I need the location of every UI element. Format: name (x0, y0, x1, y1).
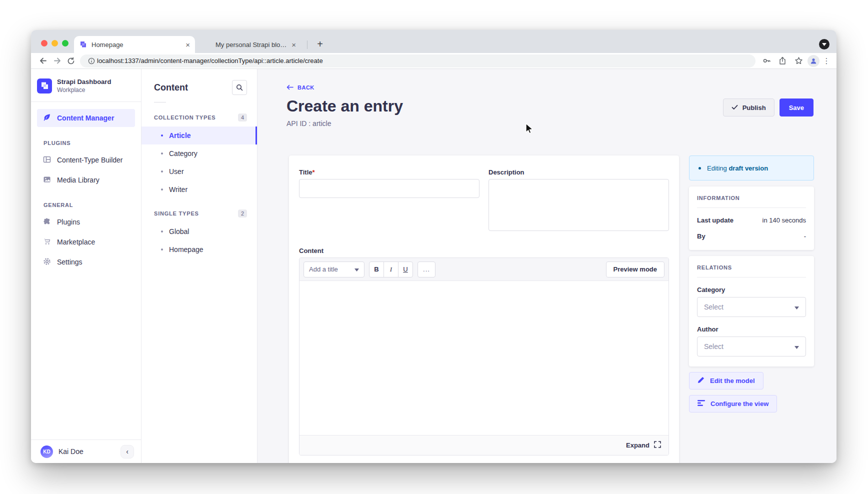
puzzle-icon (43, 218, 51, 227)
collection-types-header: COLLECTION TYPES (154, 114, 216, 120)
bullet-icon (161, 248, 163, 250)
sidebar-item-plugins[interactable]: Plugins (37, 213, 135, 231)
sidebar-item-content-type-builder[interactable]: Content-Type Builder (37, 151, 135, 169)
required-asterisk: * (312, 168, 315, 176)
bold-button[interactable]: B (369, 262, 384, 278)
draft-version-banner: Editing draft version (689, 156, 814, 180)
tab-search-button[interactable] (819, 39, 830, 50)
zoom-window-button[interactable] (62, 40, 68, 46)
sidebar-item-label: Plugins (57, 218, 80, 226)
sidebar-item-settings[interactable]: Settings (37, 253, 135, 271)
author-select[interactable]: Select (697, 336, 806, 356)
search-button[interactable] (232, 80, 247, 95)
collection-type-label: Writer (169, 186, 188, 194)
minimize-window-button[interactable] (52, 40, 58, 46)
italic-button[interactable]: I (384, 262, 398, 278)
sidebar-item-media-library[interactable]: Media Library (37, 171, 135, 189)
underline-button[interactable]: U (398, 262, 413, 278)
category-select-placeholder: Select (704, 303, 724, 311)
forward-nav-icon[interactable] (50, 54, 64, 68)
password-key-icon[interactable] (760, 54, 774, 68)
profile-avatar-icon[interactable] (808, 55, 820, 67)
tab-close-icon[interactable]: × (292, 41, 296, 48)
collection-type-label: User (169, 168, 184, 176)
back-link[interactable]: BACK (298, 84, 314, 90)
main-sidebar: Strapi Dashboard Workplace Content Manag… (31, 69, 142, 463)
collection-type-category[interactable]: Category (142, 144, 257, 162)
reload-icon[interactable] (64, 54, 78, 68)
content-nav-divider (154, 102, 166, 102)
by-row: By - (697, 232, 806, 240)
window-controls (41, 40, 68, 46)
save-button[interactable]: Save (780, 98, 814, 116)
chevron-down-icon (794, 303, 799, 311)
back-nav-icon[interactable] (36, 54, 50, 68)
by-label: By (697, 232, 706, 240)
single-type-global[interactable]: Global (142, 222, 257, 240)
single-type-homepage[interactable]: Homepage (142, 240, 257, 258)
sidebar-item-label: Marketplace (57, 238, 95, 246)
tab-strapi-blog[interactable]: My personal Strapi blog | Strap × (198, 36, 301, 53)
expand-icon[interactable] (654, 441, 661, 450)
collection-type-user[interactable]: User (142, 162, 257, 180)
site-info-icon[interactable] (86, 54, 97, 68)
editor-footer: Expand (300, 435, 668, 455)
url-bar: localhost:1337/admin/content-manager/col… (31, 53, 836, 69)
by-value: - (804, 232, 806, 240)
main-content: BACK Create an entry API ID : article Pu… (258, 69, 836, 463)
sidebar-item-content-manager[interactable]: Content Manager (37, 109, 135, 127)
browser-window: Homepage × My personal Strapi blog | Str… (31, 30, 836, 463)
bookmark-star-icon[interactable] (792, 54, 806, 68)
last-update-label: Last update (697, 216, 734, 224)
editor-body[interactable] (300, 281, 668, 435)
user-avatar[interactable]: KD (40, 446, 53, 458)
sidebar-item-label: Media Library (57, 176, 100, 184)
description-field-label: Description (488, 168, 669, 176)
publish-button[interactable]: Publish (723, 98, 774, 116)
edit-model-button[interactable]: Edit the model (689, 372, 764, 390)
collapse-sidebar-button[interactable]: ‹ (120, 445, 134, 458)
configure-view-button[interactable]: Configure the view (689, 395, 777, 412)
close-window-button[interactable] (41, 40, 48, 46)
configure-lines-icon (698, 400, 705, 408)
title-input[interactable] (299, 179, 480, 198)
collection-type-article[interactable]: Article (142, 126, 257, 144)
strapi-favicon-icon (79, 40, 87, 48)
new-tab-button[interactable]: + (313, 37, 327, 51)
tab-separator (307, 40, 308, 49)
description-textarea[interactable] (488, 179, 669, 231)
publish-label: Publish (742, 104, 766, 112)
share-icon[interactable] (776, 54, 790, 68)
shopping-cart-icon (43, 238, 51, 247)
heading-select-dropdown[interactable]: Add a title (304, 262, 364, 278)
more-formats-button[interactable]: ... (418, 262, 436, 278)
collection-type-label: Category (169, 150, 198, 158)
sidebar-item-label: Settings (57, 258, 82, 266)
content-field-label: Content (299, 247, 669, 254)
feather-pen-icon (43, 114, 51, 123)
chevron-down-icon (354, 266, 359, 273)
layout-builder-icon (43, 156, 51, 165)
editor-toolbar: Add a title B I U ... Prev (300, 258, 668, 281)
relations-card: RELATIONS Category Select Author Select (689, 256, 814, 366)
back-arrow-icon (286, 83, 294, 92)
draft-banner-text: Editing draft version (707, 164, 768, 172)
strapi-admin-app: Strapi Dashboard Workplace Content Manag… (31, 69, 836, 463)
workspace-subtitle: Workplace (57, 86, 111, 94)
collection-type-label: Article (169, 132, 191, 140)
collection-type-writer[interactable]: Writer (142, 180, 257, 198)
preview-mode-button[interactable]: Preview mode (606, 262, 664, 278)
expand-label[interactable]: Expand (626, 442, 650, 449)
information-card: INFORMATION Last update in 140 seconds B… (689, 186, 814, 250)
single-type-label: Global (169, 228, 189, 236)
tab-close-icon[interactable]: × (186, 41, 190, 48)
tab-homepage[interactable]: Homepage × (74, 36, 195, 53)
category-select[interactable]: Select (697, 297, 806, 317)
address-bar[interactable]: localhost:1337/admin/content-manager/col… (80, 54, 756, 68)
sidebar-item-marketplace[interactable]: Marketplace (37, 233, 135, 251)
workspace-brand[interactable]: Strapi Dashboard Workplace (31, 69, 141, 102)
bullet-icon (161, 152, 163, 154)
user-name: Kai Doe (58, 448, 84, 456)
sidebar-section-plugins: PLUGINS (37, 129, 135, 151)
browser-menu-icon[interactable]: ⋮ (822, 54, 832, 68)
